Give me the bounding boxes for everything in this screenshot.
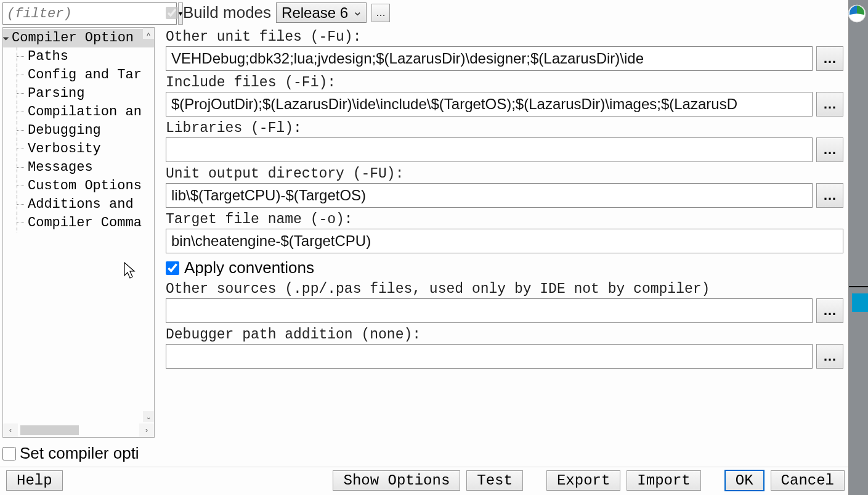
ok-button[interactable]: OK	[724, 470, 765, 491]
build-modes-checkbox[interactable]	[166, 7, 178, 19]
show-options-button[interactable]: Show Options	[333, 470, 460, 491]
tree-item-compilation[interactable]: Compilation an	[3, 103, 154, 121]
build-modes-select[interactable]: Release 6	[276, 2, 367, 23]
target-file-name-label: Target file name (-o):	[166, 211, 843, 227]
tree-scroll-left[interactable]: ‹	[3, 423, 18, 437]
test-button[interactable]: Test	[466, 470, 523, 491]
include-files-browse[interactable]: …	[816, 92, 843, 117]
unit-output-dir-label: Unit output directory (-FU):	[166, 166, 843, 182]
tree-scroll-down[interactable]: ⌄	[143, 411, 154, 422]
libraries-input[interactable]	[166, 137, 813, 162]
other-unit-files-browse[interactable]: …	[816, 46, 843, 71]
debugger-path-input[interactable]	[166, 344, 813, 369]
other-sources-input[interactable]	[166, 298, 813, 323]
other-sources-browse[interactable]: …	[816, 298, 843, 323]
include-files-label: Include files (-Fi):	[166, 75, 843, 91]
tree-item-messages[interactable]: Messages	[3, 158, 154, 177]
tree-scroll-thumb[interactable]	[20, 425, 79, 435]
tree-item-custom-options[interactable]: Custom Options	[3, 177, 154, 195]
libraries-label: Libraries (-Fl):	[166, 120, 843, 136]
tree-item-compiler-commands[interactable]: Compiler Comma	[3, 214, 154, 232]
tree-item-additions[interactable]: Additions and	[3, 195, 154, 214]
apply-conventions-checkbox[interactable]	[166, 261, 179, 275]
tree-item-parsing[interactable]: Parsing	[3, 84, 154, 103]
tree-scroll-right[interactable]: ›	[139, 423, 154, 437]
filter-input[interactable]	[2, 2, 177, 25]
background-window-strip	[849, 0, 868, 495]
tree-scroll-up[interactable]: ʌ	[143, 28, 154, 39]
help-button[interactable]: Help	[6, 470, 63, 491]
other-sources-label: Other sources (.pp/.pas files, used only…	[166, 281, 843, 297]
app-logo-icon	[847, 4, 867, 23]
options-tree: Compiler Option Paths Config and Tar Par…	[2, 27, 155, 438]
target-file-name-input[interactable]	[166, 229, 843, 253]
content-panel: Build modes Release 6 … Other unit files…	[157, 0, 848, 440]
other-unit-files-label: Other unit files (-Fu):	[166, 29, 843, 45]
tree-item-config[interactable]: Config and Tar	[3, 66, 154, 84]
footer: Help Show Options Test Export Import OK …	[0, 467, 848, 495]
tree-item-verbosity[interactable]: Verbosity	[3, 140, 154, 158]
tree-root-compiler-options[interactable]: Compiler Option	[3, 29, 154, 47]
apply-conventions-label: Apply conventions	[184, 258, 314, 277]
set-compiler-options-checkbox[interactable]	[2, 447, 16, 460]
cancel-button[interactable]: Cancel	[771, 470, 845, 491]
set-compiler-options-label: Set compiler opti	[20, 444, 139, 463]
include-files-input[interactable]	[166, 92, 813, 117]
unit-output-dir-browse[interactable]: …	[816, 183, 843, 208]
export-button[interactable]: Export	[546, 470, 620, 491]
debugger-path-label: Debugger path addition (none):	[166, 327, 843, 343]
import-button[interactable]: Import	[627, 470, 700, 491]
unit-output-dir-input[interactable]	[166, 183, 813, 208]
build-modes-manage-button[interactable]: …	[371, 4, 390, 22]
tree-item-debugging[interactable]: Debugging	[3, 121, 154, 140]
other-unit-files-input[interactable]	[166, 46, 813, 71]
sidebar: ▾ Compiler Option Paths Config and Tar P…	[0, 0, 157, 440]
build-modes-label: Build modes	[183, 3, 271, 22]
tree-item-paths[interactable]: Paths	[3, 47, 154, 66]
libraries-browse[interactable]: …	[816, 137, 843, 162]
debugger-path-browse[interactable]: …	[816, 344, 843, 369]
